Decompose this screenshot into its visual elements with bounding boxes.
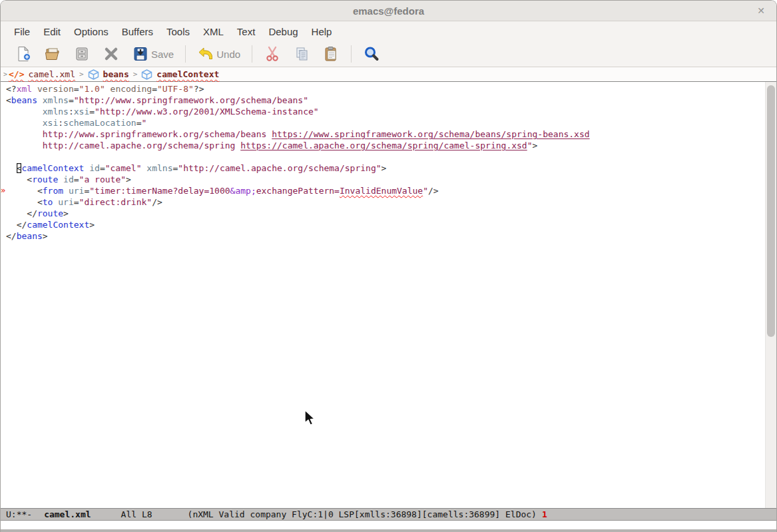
new-file-icon [15, 45, 32, 63]
menu-debug[interactable]: Debug [262, 23, 304, 40]
fringe [1, 219, 6, 230]
modeline: U:**- camel.xml All L8 (nXML Valid compa… [1, 508, 776, 521]
code-line-text: <to uri="direct:drink"/> [6, 196, 162, 208]
copy-icon [293, 45, 310, 63]
fringe [1, 162, 6, 174]
code-line: <route id="a route"> [1, 174, 766, 185]
breadcrumb-item-beans[interactable]: beans [88, 69, 129, 80]
fringe [1, 83, 6, 95]
fringe [1, 230, 6, 242]
toolbar-separator [185, 45, 186, 63]
scrollbar[interactable] [765, 82, 776, 508]
error-fringe-indicator-icon: » [1, 185, 6, 196]
cube-icon [141, 69, 152, 80]
code-line-text: <route id="a route"> [6, 174, 131, 185]
menu-file[interactable]: File [7, 23, 37, 40]
menu-text[interactable]: Text [230, 23, 262, 40]
breadcrumb-separator: > [75, 70, 88, 79]
modeline-modes: (nXML Valid company FlyC:1|0 LSP[xmlls:3… [188, 509, 537, 519]
code-line: </camelContext> [1, 219, 766, 230]
fringe [1, 151, 6, 162]
emacs-window: emacs@fedora ✕ File Edit Options Buffers… [0, 0, 777, 532]
paste-icon [322, 45, 340, 63]
code-line: xmlns:xsi="http://www.w3.org/2001/XMLSch… [1, 106, 766, 117]
code-line-text: </route> [6, 208, 69, 219]
open-file-icon [44, 45, 61, 63]
save-button[interactable]: Save [126, 43, 180, 65]
breadcrumb-item-camelcontext[interactable]: camelContext [141, 69, 219, 80]
undo-button[interactable]: Undo [191, 43, 246, 65]
fringe [1, 208, 6, 219]
undo-icon [197, 45, 214, 63]
menu-options[interactable]: Options [67, 23, 115, 40]
paste-button[interactable] [316, 43, 346, 65]
toolbar-separator [252, 45, 252, 63]
save-button-label: Save [151, 49, 174, 60]
close-icon[interactable]: ✕ [752, 1, 770, 21]
close-buffer-icon [103, 45, 120, 63]
titlebar: emacs@fedora ✕ [1, 1, 776, 21]
fringe [1, 196, 6, 208]
menu-xml[interactable]: XML [196, 23, 230, 40]
fringe [1, 140, 6, 151]
menu-help[interactable]: Help [305, 23, 339, 40]
code-line: <?xml version="1.0" encoding="UTF-8"?> [1, 83, 766, 95]
undo-button-label: Undo [216, 49, 240, 60]
code-line: </route> [1, 208, 766, 219]
toolbar: Save Undo [1, 41, 776, 67]
modeline-prefix: U:**- [6, 509, 32, 519]
directory-icon [73, 45, 91, 63]
code-line-text: xsi:schemaLocation=" [6, 117, 146, 129]
menu-edit[interactable]: Edit [37, 23, 67, 40]
code-line: <to uri="direct:drink"/> [1, 196, 766, 208]
breadcrumb-leading-separator: > [2, 71, 9, 78]
menu-tools[interactable]: Tools [160, 23, 196, 40]
code-line: </beans> [1, 230, 766, 242]
save-icon [132, 45, 149, 63]
code-line: xsi:schemaLocation=" [1, 117, 766, 129]
directory-button[interactable] [67, 43, 97, 65]
cut-icon [264, 45, 281, 63]
code-line: » <from uri="timer:timerName?delay=1000&… [1, 185, 766, 196]
cube-icon [88, 69, 99, 80]
code-line-text: <camelContext id="camel" xmlns="http://c… [6, 162, 386, 174]
breadcrumb-file-label: camel.xml [29, 69, 75, 79]
scrollbar-thumb[interactable] [767, 85, 775, 337]
echo-area [1, 521, 776, 529]
menubar: File Edit Options Buffers Tools XML Text… [1, 21, 776, 41]
modeline-position: All L8 [121, 509, 152, 519]
code-line-text: http://www.springframework.org/schema/be… [6, 129, 590, 140]
code-line-text: xmlns:xsi="http://www.w3.org/2001/XMLSch… [6, 106, 319, 117]
breadcrumb-beans-label: beans [103, 69, 129, 79]
cut-button[interactable] [258, 43, 287, 65]
code-line: <beans xmlns="http://www.springframework… [1, 95, 766, 106]
code-line-text: <from uri="timer:timerName?delay=1000&am… [6, 185, 439, 196]
code-line-text: <?xml version="1.0" encoding="UTF-8"?> [6, 83, 204, 95]
code-line-text: http://camel.apache.org/schema/spring ht… [6, 140, 537, 151]
window-bottom-edge [1, 529, 776, 532]
modeline-error-count: 1 [542, 509, 547, 519]
code-line-text: </beans> [6, 230, 48, 242]
fringe [1, 174, 6, 185]
code-line: http://camel.apache.org/schema/spring ht… [1, 140, 766, 151]
modeline-filename: camel.xml [44, 509, 91, 519]
code-area[interactable]: <?xml version="1.0" encoding="UTF-8"?><b… [1, 83, 766, 508]
code-line-text: </camelContext> [6, 219, 95, 230]
open-file-button[interactable] [38, 43, 67, 65]
menu-buffers[interactable]: Buffers [115, 23, 160, 40]
breadcrumb-separator: > [129, 70, 142, 79]
code-icon: </> [9, 69, 24, 79]
fringe [1, 129, 6, 140]
search-icon [363, 45, 380, 63]
close-buffer-button[interactable] [97, 43, 126, 65]
breadcrumb: > </> camel.xml > beans > camelContext [1, 67, 776, 82]
window-title: emacs@fedora [353, 5, 424, 17]
breadcrumb-item-file[interactable]: </> camel.xml [9, 69, 75, 79]
toolbar-separator [351, 45, 352, 63]
code-line: http://www.springframework.org/schema/be… [1, 129, 766, 140]
search-button[interactable] [357, 43, 386, 65]
new-file-button[interactable] [9, 43, 38, 65]
fringe [1, 95, 6, 106]
copy-button[interactable] [287, 43, 316, 65]
code-line: <camelContext id="camel" xmlns="http://c… [1, 162, 766, 174]
